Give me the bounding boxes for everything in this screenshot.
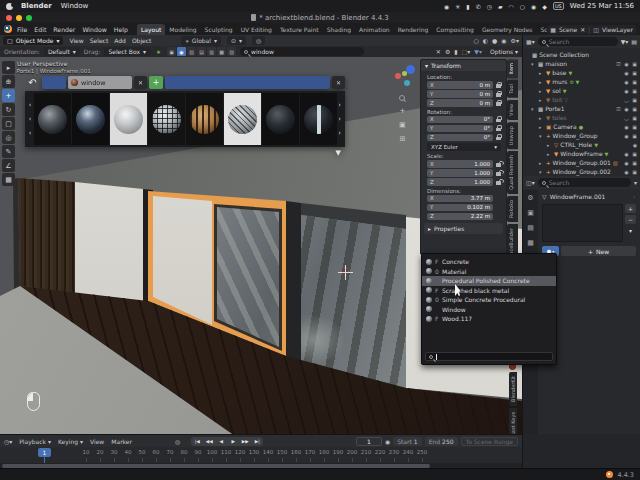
visibility-toggles[interactable]: ◉ ▣ (624, 70, 638, 76)
header-search-input[interactable]: window (240, 47, 364, 56)
select-icon-3[interactable]: ▨ (187, 47, 196, 56)
object-name[interactable]: maison (545, 60, 567, 67)
dimensions-field[interactable]: Y0.102 m (427, 204, 493, 212)
outliner-row[interactable]: ▸ ▣ Camera ● ◉ ▣ (523, 122, 640, 131)
unlock-icon[interactable] (495, 169, 502, 176)
lock-icon[interactable] (495, 81, 502, 88)
expand-arrow-icon[interactable]: ▸ (539, 160, 544, 166)
visibility-toggles[interactable]: ☑ ◉ ▣ (616, 106, 638, 112)
mode-selector[interactable]: ▢ Object Mode▾ (3, 36, 63, 45)
menubar-item-window[interactable]: Window (61, 2, 89, 10)
visibility-toggles[interactable]: ◉ ▣ (624, 88, 638, 94)
material-menu-item[interactable]: Window (422, 305, 556, 315)
transport-button[interactable]: ▶| (251, 437, 263, 446)
keying-menu[interactable]: Keying ▾ (58, 438, 83, 445)
outliner-row[interactable]: ▸ ▼ murs ⚙ ▼ ◉ ▣ (523, 77, 640, 86)
viewport-tool-button[interactable]: ∠ (2, 159, 15, 172)
camera-view-icon[interactable]: ▣ (399, 121, 406, 129)
lock-icon[interactable] (495, 99, 502, 106)
rotation-field[interactable]: Y0° (427, 125, 493, 133)
object-name[interactable]: Porte1 (545, 105, 564, 112)
viewport-tool-button[interactable]: + (2, 89, 15, 102)
object-name[interactable]: Window_Group.001 (553, 159, 611, 166)
workspace-tab[interactable]: UV Editing (237, 24, 276, 35)
material-menu-item[interactable]: 0 Simple Concrete Procedural (422, 295, 556, 305)
workspace-tab[interactable]: Scripting (537, 24, 548, 35)
sidebar-tab[interactable]: Item (507, 59, 518, 78)
autokey-record-icon[interactable]: ◎ (175, 438, 180, 445)
keying-set-icon[interactable]: ◉ (385, 438, 390, 445)
properties-tab[interactable]: ⚙ (524, 192, 537, 203)
start-frame-field[interactable]: Start1 (393, 437, 422, 446)
playback-menu[interactable]: Playback ▾ (19, 438, 51, 445)
transform-panel-header[interactable]: ▾Transform (421, 60, 506, 71)
select-icon-5[interactable]: ▥ (207, 47, 216, 56)
visibility-toggles[interactable]: ◉ ▣ (624, 124, 638, 130)
topbar-menu[interactable]: Edit (34, 26, 46, 33)
shading-settings-icon[interactable]: ⚙▾ (511, 37, 519, 44)
pin-icon[interactable]: ◦ (632, 193, 636, 200)
sidebar-tab[interactable]: Quad Remesh (507, 151, 518, 194)
to-scene-range-button[interactable]: To Scene Range (461, 437, 518, 446)
xray-toggle-icon[interactable]: ⬚▾ (462, 48, 471, 55)
visibility-toggles[interactable]: ◡ ▣ (624, 97, 638, 103)
input-source-badge[interactable]: US (553, 2, 564, 10)
object-name[interactable]: toles (552, 114, 567, 121)
lock-icon[interactable] (495, 116, 502, 123)
location-field[interactable]: X0 m (427, 81, 493, 89)
expand-arrow-icon[interactable]: ▾ (531, 106, 536, 112)
clear-search-icon[interactable]: ✕ (436, 48, 441, 55)
visibility-toggles[interactable]: ◡ ▣ (624, 115, 638, 121)
material-thumbnail[interactable] (186, 93, 223, 145)
new-material-button[interactable]: +New (561, 246, 636, 256)
menubar-clock[interactable]: Wed 25 Mar 11:56 (570, 2, 634, 10)
popup-expand-icon[interactable]: ▼ (336, 149, 341, 157)
workspace-tab[interactable]: Shading (323, 24, 355, 35)
visibility-toggles[interactable]: ◉ ▣ (624, 169, 638, 175)
sidebar-tab[interactable]: View (507, 100, 518, 120)
object-name[interactable]: Window_Group.002 (553, 168, 611, 175)
outliner-row[interactable]: ▸ ▼ toles ◡ ▣ (523, 113, 640, 122)
material-menu-item[interactable]: Procedural Polished Concrete (422, 276, 556, 286)
add-material-button[interactable]: + (149, 76, 163, 89)
material-thumbnail[interactable] (300, 93, 337, 145)
back-arrow-icon[interactable]: ↶ (25, 77, 40, 88)
sidebar-addon-tab[interactable]: BlenderKit (509, 372, 517, 406)
viewport-menu[interactable]: Object (132, 37, 152, 44)
expand-arrow-icon[interactable]: ▸ (539, 124, 544, 130)
unlock-icon[interactable] (495, 178, 502, 185)
select-icon-4[interactable]: ▤ (197, 47, 206, 56)
workspace-tab[interactable]: Layout (137, 24, 165, 35)
viewport-menu[interactable]: Select (90, 37, 109, 44)
rotation-field[interactable]: Z0° (427, 134, 493, 142)
popup-search-field[interactable]: window (68, 76, 132, 89)
viewport-tool-button[interactable]: ▸ (2, 61, 15, 74)
viewport-3d[interactable]: User Perspective (1) Porte1 | WindowFram… (0, 57, 522, 434)
expand-arrow-icon[interactable]: ▸ (547, 142, 552, 148)
viewport-tool-button[interactable]: ▢ (2, 117, 15, 130)
workspace-tab[interactable]: Animation (355, 24, 394, 35)
outliner-row[interactable]: ▸ ▼ base ▼ ◉ ▣ (523, 68, 640, 77)
gizmo-toggle-icon[interactable]: ⚙ (445, 48, 450, 55)
status-icon[interactable]: ▮ (466, 3, 469, 10)
view-menu[interactable]: View (90, 438, 104, 445)
proportional-edit-toggle[interactable]: ◎ (252, 36, 265, 45)
expand-arrow-icon[interactable]: ▸ (539, 115, 544, 121)
snap-toggle[interactable]: ⊙▾ (227, 36, 246, 45)
close-window-button[interactable] (6, 15, 12, 21)
scale-field[interactable]: Z1.000 (427, 178, 493, 186)
viewlayer-selector[interactable]: ViewLayer (602, 26, 633, 33)
outliner-row[interactable]: ▸ ▼ WindowFrame ▼ ◉ ▣ (523, 149, 640, 158)
unlock-icon[interactable] (495, 160, 502, 167)
status-icon[interactable]: ○ (520, 3, 525, 10)
visibility-toggles[interactable]: ◉ ▣ (624, 160, 638, 166)
properties-tab[interactable]: ▦ (524, 237, 537, 248)
lock-icon[interactable] (495, 125, 502, 132)
properties-collapsed-panel[interactable]: ▸Properties (424, 223, 503, 234)
ortho-toggle-icon[interactable]: ⊞ (399, 135, 405, 143)
visibility-toggles[interactable]: ◉ ▣ (624, 133, 638, 139)
transport-button[interactable]: ▶ (227, 437, 239, 446)
outliner-row[interactable]: ▸ ▼ toit ▽ ◡ ▣ (523, 95, 640, 104)
viewport-tool-button[interactable]: ◎ (2, 131, 15, 144)
viewport-menu[interactable]: Add (114, 37, 126, 44)
